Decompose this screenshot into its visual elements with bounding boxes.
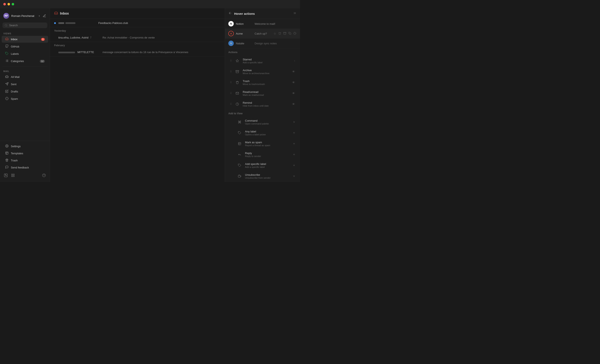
email-item-february[interactable]: MITTELETTE message concernant la toiture… [50, 48, 225, 56]
spam-icon-svg [5, 97, 9, 100]
action-archive[interactable]: ⠿ Archive Move to archive/unarchive 👁 [227, 67, 298, 77]
star-action-icon[interactable]: ☆ [273, 31, 277, 36]
sidebar-divider [2, 66, 47, 67]
reply-title: Reply [245, 152, 291, 155]
plus-any-label-icon[interactable]: + [293, 131, 295, 135]
action-command[interactable]: Command Open command palette + [227, 117, 298, 127]
email-item-feedbacks[interactable]: Feedbacks Pablooo.club [50, 19, 225, 27]
preview-email-natalie[interactable]: N Natalie Design sync notes [225, 38, 300, 48]
plus-reply-icon[interactable]: + [293, 153, 295, 156]
sender-avatar-placeholder-2 [58, 52, 75, 53]
settings-label: Settings [11, 145, 45, 148]
grid-footer-icon[interactable] [10, 173, 15, 178]
plus-specific-label-icon[interactable]: + [293, 164, 295, 167]
plus-command-icon[interactable]: + [293, 120, 295, 124]
action-mark-spam[interactable]: Mark as spam Report a thread as spam + [227, 139, 298, 149]
eye-read-icon[interactable]: 👁 [292, 92, 295, 95]
preview-subject-natalie: Design sync notes [254, 42, 297, 45]
sidebar-item-trash[interactable]: Trash [2, 157, 48, 164]
maximize-button[interactable] [12, 3, 14, 5]
minimize-button[interactable] [8, 3, 10, 5]
svg-rect-26 [289, 33, 291, 35]
labels-icon [5, 52, 9, 56]
archive-action-icon[interactable] [283, 31, 287, 36]
app-container: RP Romain Penchenat ▾ Search Views Inbox… [0, 8, 300, 182]
add-specific-label-desc: Add a specific label [245, 166, 291, 168]
reply-right: + [293, 153, 295, 156]
panel-back-button[interactable] [228, 11, 232, 16]
drag-handle-remind[interactable]: ⠿ [230, 103, 232, 106]
compose-button[interactable] [41, 13, 47, 19]
panel-title: Hover actions [234, 12, 291, 15]
close-button[interactable] [3, 3, 6, 5]
action-add-specific-label[interactable]: Add specific label Add a specific label … [227, 160, 298, 170]
trash-action-title: Trash [243, 80, 290, 83]
drag-handle-trash[interactable]: ⠿ [230, 81, 232, 84]
github-icon [5, 45, 9, 48]
sidebar-item-templates[interactable]: Templates [2, 150, 48, 157]
starred-title: Starred [243, 58, 292, 61]
notion-avatar: N [228, 21, 234, 27]
action-trash[interactable]: ⠿ Trash Move to trash/untrash 👁 [227, 77, 298, 87]
action-remind[interactable]: ⠿ Remind Hide from inbox until date 👁 [227, 99, 298, 109]
sidebar-item-sent[interactable]: Sent [2, 81, 48, 88]
templates-label: Templates [11, 152, 45, 155]
plus-spam-icon[interactable]: + [293, 142, 295, 146]
starred-right: › [294, 59, 295, 62]
user-menu[interactable]: RP Romain Penchenat ▾ [2, 12, 41, 20]
sidebar-item-all-mail[interactable]: All Mail [2, 73, 48, 80]
sidebar-item-spam[interactable]: Spam [2, 95, 48, 102]
starred-action-icon [234, 58, 240, 64]
templates-icon-svg [5, 151, 9, 155]
svg-rect-20 [13, 176, 14, 177]
notion-footer-icon[interactable] [3, 173, 8, 178]
inbox-header: Inbox [50, 8, 225, 19]
remind-right: 👁 [292, 102, 295, 106]
delete-action-icon[interactable] [278, 31, 282, 36]
labels-label: Labels [11, 52, 45, 55]
read-action-text: Read/unread Mark as read/unread [243, 90, 290, 96]
read-action-desc: Mark as read/unread [243, 94, 290, 96]
sidebar-item-categories[interactable]: Categories 12 [2, 58, 48, 64]
any-label-action-icon [237, 130, 243, 136]
date-divider-yesterday: Yesterday [50, 27, 225, 34]
inbox-label: Inbox [11, 38, 39, 41]
search-bar[interactable]: Search [2, 22, 47, 28]
sidebar-item-github[interactable]: GitHub [2, 43, 48, 50]
archive-text: Archive Move to archive/unarchive [243, 69, 290, 74]
sidebar-item-send-feedback[interactable]: Send feedback [2, 164, 48, 171]
preview-email-acme[interactable]: A Acme Catch up? ☆ [225, 29, 300, 38]
mark-spam-right: + [293, 142, 295, 146]
plus-unsubscribe-icon[interactable]: + [293, 174, 295, 178]
panel-forward-button[interactable] [293, 11, 297, 16]
sidebar-item-labels[interactable]: Labels [2, 50, 48, 57]
email-subject-february: message concernant la toiture du 16 rue … [103, 51, 221, 54]
sender-name-placeholder [66, 22, 75, 24]
drag-handle-read[interactable]: ⠿ [230, 92, 232, 95]
action-reply[interactable]: Reply Reply to sender + [227, 149, 298, 160]
sidebar-item-inbox[interactable]: Inbox 1 [2, 36, 48, 43]
copy-action-icon[interactable] [288, 31, 292, 36]
eye-archive-icon[interactable]: 👁 [292, 70, 295, 73]
avatar: RP [3, 13, 9, 19]
eye-remind-icon[interactable]: 👁 [292, 102, 295, 106]
svg-rect-14 [6, 152, 8, 154]
sidebar-item-settings[interactable]: Settings [2, 143, 48, 150]
clock-action-icon[interactable] [293, 31, 297, 36]
sidebar-item-drafts[interactable]: Drafts [2, 88, 48, 95]
star-icon [236, 59, 239, 63]
action-unsubscribe[interactable]: Unsubscribe Unsubscribe from sender + [227, 171, 298, 181]
drag-handle-starred[interactable]: ⠿ [230, 59, 232, 62]
preview-email-notion[interactable]: N Notion Welcome to mail! [225, 19, 300, 29]
help-button[interactable] [41, 173, 47, 178]
action-starred[interactable]: ⠿ Starred Add a specific label › [227, 56, 298, 66]
eye-trash-icon[interactable]: 👁 [292, 81, 295, 84]
action-any-label[interactable]: Any label Opens a label picker + [227, 128, 298, 138]
drag-handle-archive[interactable]: ⠿ [230, 70, 232, 73]
inbox-header-svg [54, 11, 58, 15]
search-label: Search [9, 24, 18, 27]
action-read-unread[interactable]: ⠿ Read/unread Mark as read/unread 👁 [227, 88, 298, 98]
command-right: + [293, 120, 295, 124]
archive-desc: Move to archive/unarchive [243, 72, 290, 74]
email-item-yesterday[interactable]: tina.elha, Ludivine, Astrid 7 Re: Achat … [50, 34, 225, 42]
